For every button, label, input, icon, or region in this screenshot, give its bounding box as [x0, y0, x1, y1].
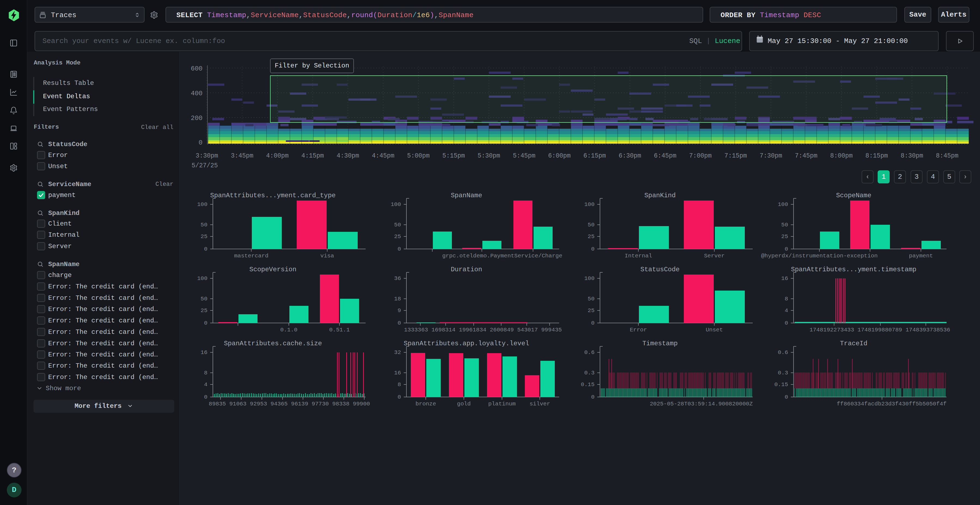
- svg-text:TraceId: TraceId: [840, 340, 867, 347]
- svg-text:0: 0: [591, 394, 595, 400]
- svg-text:0.6: 0.6: [778, 349, 788, 356]
- svg-text:18: 18: [394, 296, 401, 302]
- svg-text:ScopeName: ScopeName: [836, 192, 871, 199]
- svg-text:grpc.oteldemo.PaymentService/C: grpc.oteldemo.PaymentService/Charge: [442, 253, 562, 259]
- svg-text:3:30pm: 3:30pm: [196, 152, 218, 159]
- svg-text:silver: silver: [530, 401, 550, 407]
- svg-text:6:30pm: 6:30pm: [619, 152, 641, 159]
- svg-text:7:15pm: 7:15pm: [724, 152, 747, 159]
- svg-text:200: 200: [191, 114, 202, 122]
- svg-text:50: 50: [200, 222, 207, 228]
- svg-text:SpanKind: SpanKind: [644, 192, 676, 199]
- svg-text:400: 400: [191, 90, 202, 97]
- svg-text:SpanAttributes...yment.timesta: SpanAttributes...yment.timestamp: [791, 266, 916, 273]
- svg-text:50: 50: [588, 296, 595, 302]
- svg-text:100: 100: [391, 201, 401, 208]
- svg-text:5:30pm: 5:30pm: [478, 152, 500, 159]
- svg-text:Timestamp: Timestamp: [643, 340, 678, 347]
- svg-text:@hyperdx/instrumentation-excep: @hyperdx/instrumentation-exception: [761, 253, 878, 259]
- svg-text:5:15pm: 5:15pm: [442, 152, 465, 159]
- svg-text:89835 91063 92953 94365 96139: 89835 91063 92953 94365 96139 97730 9833…: [209, 401, 370, 407]
- svg-text:4: 4: [204, 381, 207, 388]
- svg-text:8: 8: [204, 370, 207, 376]
- svg-text:1748192273433 1748199880789 17: 1748192273433 1748199880789 174839373853…: [810, 327, 950, 333]
- svg-text:0.1.0: 0.1.0: [280, 327, 297, 333]
- svg-text:600: 600: [191, 65, 202, 72]
- svg-text:25: 25: [200, 233, 207, 240]
- svg-text:SpanAttributes.app.loyalty.lev: SpanAttributes.app.loyalty.level: [404, 340, 529, 347]
- svg-text:platinum: platinum: [488, 401, 516, 407]
- svg-text:4: 4: [784, 308, 788, 314]
- svg-text:8: 8: [398, 381, 401, 388]
- svg-text:StatusCode: StatusCode: [640, 266, 679, 273]
- svg-text:0: 0: [398, 394, 401, 400]
- svg-text:0: 0: [398, 246, 401, 252]
- svg-text:2025-05-28T03:59:14.900820000Z: 2025-05-28T03:59:14.900820000Z: [650, 401, 753, 407]
- svg-text:SpanAttributes...yment.card_ty: SpanAttributes...yment.card_type: [210, 192, 336, 199]
- svg-text:16: 16: [781, 275, 788, 282]
- svg-text:32: 32: [394, 349, 401, 356]
- svg-text:100: 100: [584, 201, 595, 208]
- svg-text:8:15pm: 8:15pm: [865, 152, 888, 159]
- svg-text:25: 25: [200, 308, 207, 314]
- svg-text:SpanName: SpanName: [451, 192, 482, 199]
- svg-text:8:00pm: 8:00pm: [830, 152, 853, 159]
- svg-text:0.6: 0.6: [584, 349, 595, 356]
- svg-text:0: 0: [784, 394, 788, 400]
- svg-text:mastercard: mastercard: [234, 253, 269, 259]
- svg-text:5:00pm: 5:00pm: [407, 152, 430, 159]
- svg-text:SpanAttributes.cache.size: SpanAttributes.cache.size: [224, 340, 322, 347]
- svg-text:ff860334facdb23d3f430ff5b5050f: ff860334facdb23d3f430ff5b5050f4f: [837, 401, 947, 407]
- svg-text:50: 50: [200, 296, 207, 302]
- svg-text:9: 9: [398, 308, 401, 314]
- svg-text:0: 0: [204, 394, 207, 400]
- svg-text:16: 16: [200, 349, 207, 356]
- svg-text:5/27/25: 5/27/25: [192, 162, 218, 169]
- svg-text:50: 50: [394, 222, 401, 228]
- svg-text:6:45pm: 6:45pm: [654, 152, 676, 159]
- svg-text:Duration: Duration: [451, 266, 482, 273]
- svg-text:100: 100: [197, 201, 207, 208]
- svg-text:7:00pm: 7:00pm: [689, 152, 712, 159]
- svg-text:0: 0: [591, 246, 595, 252]
- svg-text:8: 8: [784, 296, 788, 302]
- svg-text:16: 16: [394, 370, 401, 376]
- svg-text:7:45pm: 7:45pm: [795, 152, 818, 159]
- svg-text:1333363 1698314 19961834 26008: 1333363 1698314 19961834 2600849 543017 …: [404, 327, 562, 333]
- svg-text:visa: visa: [320, 253, 334, 259]
- svg-text:0: 0: [398, 320, 401, 326]
- svg-text:36: 36: [394, 275, 401, 282]
- svg-text:50: 50: [588, 222, 595, 228]
- svg-text:0: 0: [204, 246, 207, 252]
- svg-text:100: 100: [584, 275, 595, 282]
- svg-text:0.15: 0.15: [581, 381, 595, 388]
- svg-text:25: 25: [588, 308, 595, 314]
- svg-text:Error: Error: [630, 327, 647, 333]
- svg-text:bronze: bronze: [415, 401, 436, 407]
- svg-text:6:00pm: 6:00pm: [548, 152, 571, 159]
- svg-text:4:45pm: 4:45pm: [372, 152, 395, 159]
- svg-text:4:15pm: 4:15pm: [301, 152, 324, 159]
- svg-text:8:30pm: 8:30pm: [901, 152, 923, 159]
- svg-text:0.51.1: 0.51.1: [329, 327, 350, 333]
- svg-text:25: 25: [588, 233, 595, 240]
- svg-text:5:45pm: 5:45pm: [513, 152, 535, 159]
- svg-text:4:30pm: 4:30pm: [337, 152, 360, 159]
- svg-text:0: 0: [591, 320, 595, 326]
- svg-text:Unset: Unset: [706, 327, 723, 333]
- svg-text:8:45pm: 8:45pm: [936, 152, 958, 159]
- svg-text:100: 100: [197, 275, 207, 282]
- svg-text:Server: Server: [704, 253, 725, 259]
- svg-text:7:30pm: 7:30pm: [760, 152, 783, 159]
- svg-text:50: 50: [781, 222, 788, 228]
- svg-text:100: 100: [778, 201, 788, 208]
- svg-text:ScopeVersion: ScopeVersion: [249, 266, 296, 273]
- svg-text:0: 0: [199, 139, 202, 146]
- svg-text:0: 0: [784, 320, 788, 326]
- svg-text:payment: payment: [909, 253, 933, 259]
- svg-text:0: 0: [784, 246, 788, 252]
- svg-text:0.3: 0.3: [584, 370, 595, 376]
- svg-text:0.15: 0.15: [775, 381, 788, 388]
- svg-text:Internal: Internal: [625, 253, 652, 259]
- svg-text:0: 0: [204, 320, 207, 326]
